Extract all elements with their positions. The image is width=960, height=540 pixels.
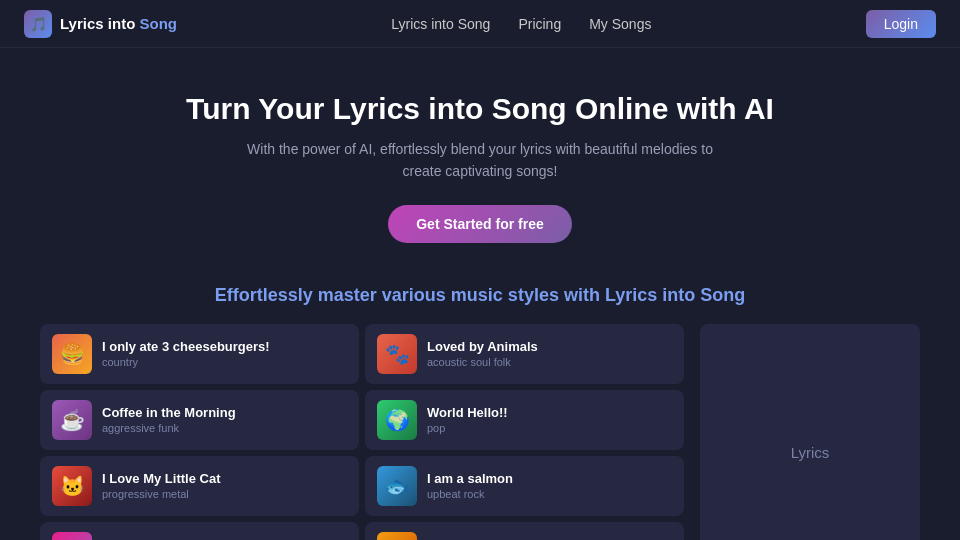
hero-subtitle: With the power of AI, effortlessly blend… [240,138,720,183]
cta-button[interactable]: Get Started for free [388,205,572,243]
songs-grid: 🍔I only ate 3 cheeseburgers!country🐾Love… [40,324,684,540]
song-thumbnail: ☕ [52,400,92,440]
logo-text-accent: Song [139,15,177,32]
song-genre: progressive metal [102,488,347,500]
hero-section: Turn Your Lyrics into Song Online with A… [0,48,960,275]
song-card[interactable]: 🐾Loved by Animalsacoustic soul folk [365,324,684,384]
song-card[interactable]: 🍔I only ate 3 cheeseburgers!country [40,324,359,384]
song-genre: country [102,356,347,368]
nav-link-pricing[interactable]: Pricing [518,16,561,32]
song-info: I am a salmonupbeat rock [427,471,672,500]
styles-heading: Effortlessly master various music styles… [40,285,920,306]
lyrics-panel: Lyrics [700,324,920,540]
songs-grid-wrapper: 🍔I only ate 3 cheeseburgers!country🐾Love… [40,324,920,540]
song-thumbnail: 🍔 [52,334,92,374]
navbar: 🎵 Lyrics into Song Lyrics into Song Pric… [0,0,960,48]
styles-section: Effortlessly master various music styles… [0,275,960,540]
song-genre: upbeat rock [427,488,672,500]
song-title: Loved by Animals [427,339,672,354]
song-thumbnail: 🎨 [377,532,417,540]
logo-text-dark: Lyrics into [60,15,139,32]
hero-title: Turn Your Lyrics into Song Online with A… [20,92,940,126]
song-title: I am a salmon [427,471,672,486]
song-card[interactable]: ☕Coffee in the Morningaggressive funk [40,390,359,450]
song-info: I only ate 3 cheeseburgers!country [102,339,347,368]
song-card[interactable]: 🐹CAPYBARAexperimental edm [40,522,359,540]
song-thumbnail: 🐟 [377,466,417,506]
nav-links: Lyrics into Song Pricing My Songs [391,16,651,32]
song-thumbnail: 🌍 [377,400,417,440]
song-genre: aggressive funk [102,422,347,434]
styles-heading-plain: Effortlessly master various music styles… [215,285,605,305]
song-card[interactable]: 🐱I Love My Little Catprogressive metal [40,456,359,516]
song-info: Loved by Animalsacoustic soul folk [427,339,672,368]
song-title: World Hello!! [427,405,672,420]
logo-text: Lyrics into Song [60,15,177,32]
nav-link-lyrics-into-song[interactable]: Lyrics into Song [391,16,490,32]
nav-link-my-songs[interactable]: My Songs [589,16,651,32]
song-thumbnail: 🐹 [52,532,92,540]
song-card[interactable]: 🌍World Hello!!pop [365,390,684,450]
login-button[interactable]: Login [866,10,936,38]
song-card[interactable]: 🐟I am a salmonupbeat rock [365,456,684,516]
song-info: World Hello!!pop [427,405,672,434]
logo[interactable]: 🎵 Lyrics into Song [24,10,177,38]
song-info: I Love My Little Catprogressive metal [102,471,347,500]
lyrics-panel-label: Lyrics [791,444,830,461]
song-card[interactable]: 🎨Bob Ross Love Letter90s rap [365,522,684,540]
logo-icon: 🎵 [24,10,52,38]
song-info: Coffee in the Morningaggressive funk [102,405,347,434]
song-thumbnail: 🐱 [52,466,92,506]
song-genre: pop [427,422,672,434]
song-thumbnail: 🐾 [377,334,417,374]
song-title: Coffee in the Morning [102,405,347,420]
song-title: I Love My Little Cat [102,471,347,486]
song-title: I only ate 3 cheeseburgers! [102,339,347,354]
styles-heading-accent: Lyrics into Song [605,285,745,305]
song-genre: acoustic soul folk [427,356,672,368]
